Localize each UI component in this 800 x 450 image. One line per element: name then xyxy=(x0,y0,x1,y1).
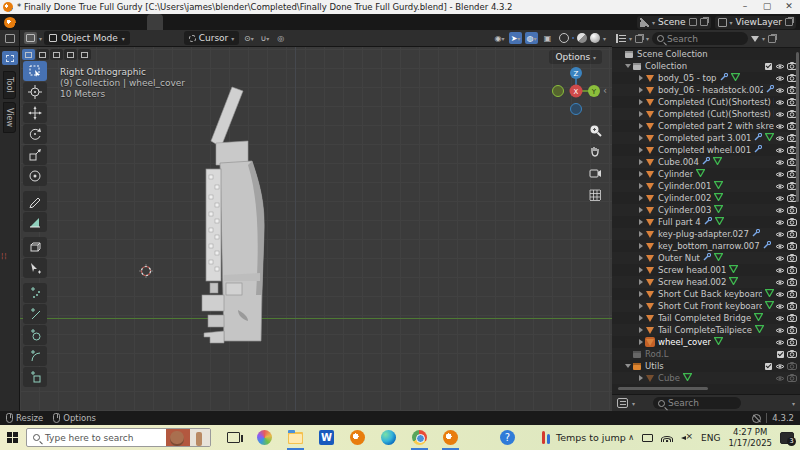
outliner-row[interactable]: Cube xyxy=(612,372,800,384)
expand-caret[interactable] xyxy=(637,255,645,261)
outliner-row[interactable]: body_06 - headstock.002 xyxy=(612,84,800,96)
menu-item[interactable] xyxy=(21,14,35,30)
shading-rendered-icon[interactable] xyxy=(590,33,600,43)
filter-objects-icon[interactable] xyxy=(635,35,643,43)
exclude-checkbox[interactable] xyxy=(762,63,774,70)
outliner-row[interactable]: Cylinder xyxy=(612,168,800,180)
new-collection-icon[interactable] xyxy=(768,35,776,43)
outliner-row[interactable]: Short Cut Front keyboard xyxy=(612,300,800,312)
outliner-row[interactable]: Screw head.002 xyxy=(612,276,800,288)
word-icon[interactable]: W xyxy=(318,429,335,446)
start-button[interactable] xyxy=(0,425,26,450)
workspace-tab[interactable] xyxy=(195,14,211,30)
expand-caret[interactable] xyxy=(637,267,645,273)
blender-taskbar-icon[interactable] xyxy=(349,429,366,446)
hide-eye-icon[interactable] xyxy=(774,87,786,94)
tool-add-point[interactable] xyxy=(23,283,47,303)
outliner-row[interactable]: Tail Completed Bridge xyxy=(612,312,800,324)
workspace-tab[interactable] xyxy=(147,14,163,30)
disable-render-icon[interactable] xyxy=(786,254,798,262)
hide-eye-icon[interactable] xyxy=(774,291,786,298)
minimize-button[interactable]: – xyxy=(734,0,756,14)
expand-caret[interactable] xyxy=(637,147,645,153)
outliner-row[interactable]: Cylinder.003 xyxy=(612,204,800,216)
hide-eye-icon[interactable] xyxy=(774,243,786,250)
tool-select-box[interactable] xyxy=(23,61,47,81)
disable-render-icon[interactable] xyxy=(786,350,798,358)
hide-eye-icon[interactable] xyxy=(774,171,786,178)
outliner-vscrollbar[interactable] xyxy=(796,52,799,202)
outliner-row[interactable]: Outer Nut xyxy=(612,252,800,264)
outliner-row[interactable]: Short Cut Back keyboard xyxy=(612,288,800,300)
outliner-row[interactable]: Completed (Cut)(Shortest) Bott xyxy=(612,96,800,108)
uv-editor-type-icon[interactable] xyxy=(5,34,15,43)
notification-center-icon[interactable]: 3 xyxy=(780,432,794,444)
outliner-row[interactable]: key_bottom_narrow.007 xyxy=(612,240,800,252)
volume-muted-icon[interactable] xyxy=(681,433,693,443)
tool-annotate[interactable] xyxy=(23,191,47,211)
expand-caret[interactable] xyxy=(637,231,645,237)
tool-add-arc[interactable] xyxy=(23,346,47,366)
model-hurdy-gurdy[interactable] xyxy=(190,85,290,350)
expand-caret[interactable] xyxy=(637,135,645,141)
expand-caret[interactable] xyxy=(637,243,645,249)
select-extend-icon[interactable] xyxy=(36,49,49,60)
select-invert-icon[interactable] xyxy=(64,49,77,60)
new-scene-icon[interactable] xyxy=(700,18,708,26)
task-view-icon[interactable] xyxy=(225,429,242,446)
select-intersect-icon[interactable] xyxy=(78,49,91,60)
outliner-search-input[interactable]: Search xyxy=(652,32,748,45)
new-viewlayer-icon[interactable] xyxy=(785,18,793,26)
hide-eye-icon[interactable] xyxy=(774,111,786,118)
navigation-gizmo[interactable]: Z Y X xyxy=(548,63,604,119)
outliner-row[interactable]: Cylinder.001 xyxy=(612,180,800,192)
expand-caret[interactable] xyxy=(637,195,645,201)
zoom-icon[interactable] xyxy=(586,121,604,139)
expand-caret[interactable] xyxy=(637,159,645,165)
display-tray-icon[interactable] xyxy=(642,434,653,442)
expand-caret[interactable] xyxy=(637,87,645,93)
snap-magnet-toggle[interactable]: ∪▾ xyxy=(258,32,271,44)
disable-render-icon[interactable] xyxy=(786,374,798,382)
sidebar-tab-view[interactable]: View xyxy=(3,102,16,133)
outliner-row[interactable]: Cylinder.002 xyxy=(612,192,800,204)
hide-eye-icon[interactable] xyxy=(774,63,786,70)
editor-type-icon[interactable] xyxy=(24,32,37,44)
uv-select-box-tool[interactable] xyxy=(2,51,18,65)
disable-render-icon[interactable] xyxy=(786,230,798,238)
expand-caret[interactable] xyxy=(637,339,645,345)
mode-dropdown[interactable]: Object Mode ▾ xyxy=(44,31,130,45)
expand-caret[interactable] xyxy=(624,364,632,368)
expand-caret[interactable] xyxy=(624,64,632,68)
transform-orientation-dropdown[interactable]: Cursor ▾ xyxy=(184,31,240,45)
shading-solid-active[interactable] xyxy=(572,37,574,39)
expand-caret[interactable] xyxy=(637,303,645,309)
restore-button[interactable]: ▢ xyxy=(756,0,778,14)
tray-expand-chevron[interactable]: ∧ xyxy=(628,433,634,442)
tool-move[interactable] xyxy=(23,103,47,123)
disable-render-icon[interactable] xyxy=(786,218,798,226)
outliner-row[interactable]: Screw head.001 xyxy=(612,264,800,276)
disable-render-icon[interactable] xyxy=(786,242,798,250)
display-mode-icon[interactable] xyxy=(616,34,626,43)
tool-add-cube[interactable] xyxy=(23,237,47,257)
sidebar-toggle-arrow[interactable]: ‹ xyxy=(603,85,607,96)
hide-eye-icon[interactable] xyxy=(774,375,786,382)
scene-selector[interactable]: ▾ Scene xyxy=(637,16,710,29)
search-highlight-image[interactable] xyxy=(166,429,210,447)
tool-add-box[interactable] xyxy=(23,367,47,387)
menu-item[interactable] xyxy=(63,14,77,30)
shading-wireframe-icon[interactable] xyxy=(559,33,569,43)
hide-eye-icon[interactable] xyxy=(774,99,786,106)
tool-add-line[interactable] xyxy=(23,304,47,324)
blender-running-icon[interactable] xyxy=(442,429,459,446)
visibility-dropdown[interactable]: ◉▾ xyxy=(493,32,506,44)
exclude-checkbox[interactable] xyxy=(774,351,786,358)
disable-render-icon[interactable] xyxy=(786,278,798,286)
select-set-icon[interactable] xyxy=(22,49,35,60)
workspace-tab[interactable] xyxy=(163,14,179,30)
camera-view-icon[interactable] xyxy=(586,164,604,182)
tool-scale[interactable] xyxy=(23,145,47,165)
expand-caret[interactable] xyxy=(637,183,645,189)
exclude-checkbox[interactable] xyxy=(762,363,774,370)
